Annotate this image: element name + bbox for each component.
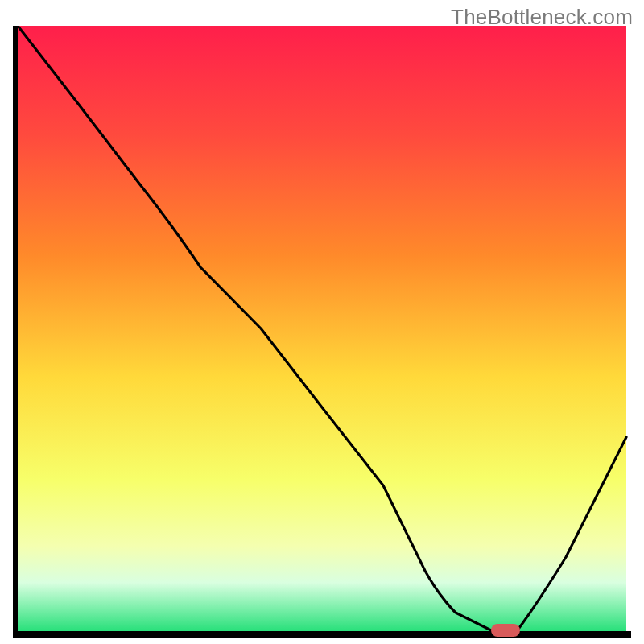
optimal-marker	[491, 624, 520, 637]
y-axis	[13, 26, 18, 638]
plot-frame	[13, 26, 631, 638]
plot-svg	[13, 26, 631, 638]
watermark-text: TheBottleneck.com	[451, 5, 633, 30]
x-axis	[13, 631, 631, 638]
plot-background	[18, 26, 626, 631]
chart-container: TheBottleneck.com	[0, 0, 644, 644]
